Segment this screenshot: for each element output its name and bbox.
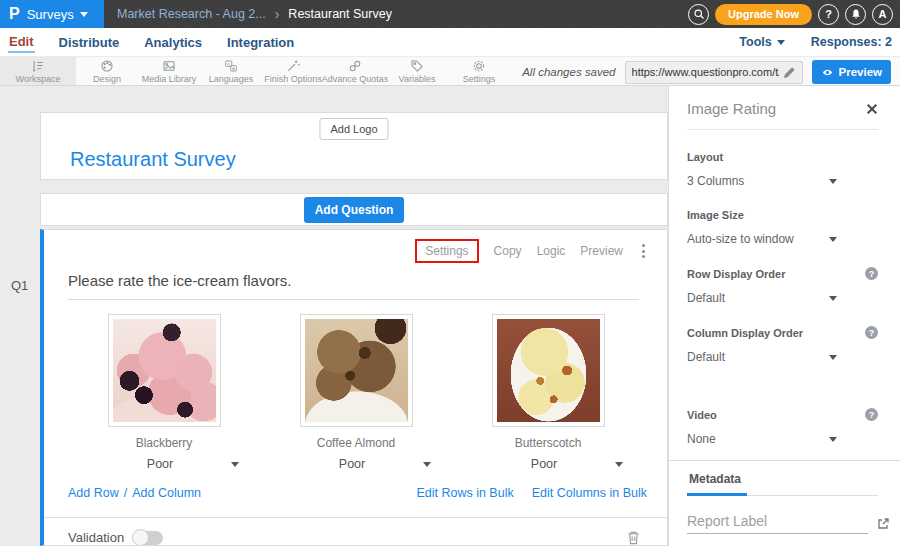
svg-text:A: A bbox=[232, 65, 235, 70]
option-image[interactable] bbox=[492, 314, 605, 427]
question-logic-button[interactable]: Logic bbox=[537, 244, 566, 258]
question-settings-button[interactable]: Settings bbox=[415, 239, 478, 263]
search-button[interactable] bbox=[688, 4, 709, 25]
slash-separator: / bbox=[124, 486, 127, 500]
workspace-icon bbox=[31, 59, 45, 73]
toolbar-advance-quotas-button[interactable]: Advance Quotas bbox=[324, 57, 386, 85]
rating-dropdown[interactable]: Poor bbox=[281, 457, 431, 471]
responses-count[interactable]: Responses: 2 bbox=[811, 35, 892, 49]
survey-header-card: Add Logo Restaurant Survey bbox=[40, 112, 668, 180]
add-question-card: Add Question bbox=[40, 193, 668, 226]
field-row-display-order: Row Display Order ? Default bbox=[687, 267, 878, 305]
tab-analytics[interactable]: Analytics bbox=[143, 33, 203, 52]
toolbar-languages-button[interactable]: aA Languages bbox=[200, 57, 262, 85]
kebab-menu-icon[interactable] bbox=[638, 242, 649, 260]
toolbar-workspace-button[interactable]: Workspace bbox=[0, 57, 76, 85]
option-butterscotch: Butterscotch Poor bbox=[452, 314, 644, 471]
chevron-down-icon bbox=[829, 296, 837, 301]
add-question-button[interactable]: Add Question bbox=[304, 197, 405, 223]
chevron-down-icon bbox=[829, 355, 837, 360]
magic-wand-icon bbox=[286, 59, 300, 73]
report-label-row bbox=[687, 511, 878, 534]
tag-icon bbox=[410, 59, 424, 73]
option-label: Butterscotch bbox=[515, 436, 582, 450]
edit-rows-bulk-link[interactable]: Edit Rows in Bulk bbox=[416, 486, 513, 500]
option-image[interactable] bbox=[300, 314, 413, 427]
surveys-menu[interactable]: Surveys bbox=[27, 7, 88, 22]
delete-question-button[interactable] bbox=[626, 530, 641, 545]
help-icon[interactable]: ? bbox=[865, 326, 878, 339]
add-row-link[interactable]: Add Row bbox=[68, 486, 119, 500]
tab-edit[interactable]: Edit bbox=[8, 32, 35, 53]
tab-distribute[interactable]: Distribute bbox=[58, 33, 121, 52]
upgrade-now-button[interactable]: Upgrade Now bbox=[715, 4, 812, 25]
add-logo-button[interactable]: Add Logo bbox=[319, 118, 388, 140]
add-column-link[interactable]: Add Column bbox=[132, 486, 201, 500]
question-text[interactable]: Please rate the ice-cream flavors. bbox=[68, 272, 639, 300]
close-sidebar-button[interactable] bbox=[866, 103, 878, 115]
toggle-knob bbox=[132, 529, 149, 546]
editor-toolbar: Workspace Design Media Library aA Langua… bbox=[0, 56, 900, 86]
help-icon[interactable]: ? bbox=[865, 408, 878, 421]
question-copy-button[interactable]: Copy bbox=[494, 244, 522, 258]
layout-dropdown[interactable]: 3 Columns bbox=[687, 174, 837, 188]
toolbar-design-button[interactable]: Design bbox=[76, 57, 138, 85]
tools-menu[interactable]: Tools bbox=[739, 35, 784, 49]
search-icon bbox=[693, 8, 705, 20]
image-options-row: Blackberry Poor Coffee Almond Poor bbox=[68, 314, 647, 471]
toolbar-media-library-button[interactable]: Media Library bbox=[138, 57, 200, 85]
rating-dropdown[interactable]: Poor bbox=[89, 457, 239, 471]
breadcrumb: Market Research - Aug 2... › Restaurant … bbox=[117, 7, 392, 21]
toolbar-finish-options-button[interactable]: Finish Options bbox=[262, 57, 324, 85]
question-card: Settings Copy Logic Preview Please rate … bbox=[40, 229, 668, 546]
question-preview-button[interactable]: Preview bbox=[580, 244, 623, 258]
field-layout: Layout 3 Columns bbox=[687, 151, 878, 188]
breadcrumb-folder[interactable]: Market Research - Aug 2... bbox=[117, 7, 266, 21]
share-url-input[interactable] bbox=[632, 66, 779, 78]
breadcrumb-separator-icon: › bbox=[275, 7, 280, 21]
brand-block[interactable]: P Surveys bbox=[0, 0, 104, 28]
sidebar-header: Image Rating bbox=[687, 100, 878, 117]
option-image[interactable] bbox=[108, 314, 221, 427]
bulk-edit-links: Edit Rows in Bulk Edit Columns in Bulk bbox=[416, 486, 647, 500]
toolbar-settings-button[interactable]: Settings bbox=[448, 57, 510, 85]
image-size-dropdown[interactable]: Auto-size to window bbox=[687, 232, 837, 246]
tab-metadata[interactable]: Metadata bbox=[687, 472, 747, 496]
field-label: Row Display Order bbox=[687, 268, 785, 280]
butterscotch-ice-cream-image bbox=[497, 319, 600, 422]
option-blackberry: Blackberry Poor bbox=[68, 314, 260, 471]
settings-sidebar: Image Rating Layout 3 Columns Image Size… bbox=[668, 86, 900, 546]
translate-icon: aA bbox=[224, 59, 238, 73]
question-number: Q1 bbox=[11, 278, 28, 293]
toolbar-variables-button[interactable]: Variables bbox=[386, 57, 448, 85]
help-icon[interactable]: ? bbox=[865, 267, 878, 280]
pencil-icon[interactable] bbox=[783, 66, 796, 79]
question-footer: Validation bbox=[68, 518, 647, 545]
tab-integration[interactable]: Integration bbox=[226, 33, 295, 52]
report-label-input[interactable] bbox=[687, 511, 868, 534]
avatar[interactable]: A bbox=[872, 4, 893, 25]
validation-toggle[interactable] bbox=[133, 531, 163, 545]
chevron-down-icon bbox=[231, 462, 239, 467]
edit-columns-bulk-link[interactable]: Edit Columns in Bulk bbox=[532, 486, 647, 500]
toolbar-right: All changes saved Preview bbox=[522, 57, 891, 87]
breadcrumb-survey-name[interactable]: Restaurant Survey bbox=[288, 7, 392, 21]
field-column-display-order: Column Display Order ? Default bbox=[687, 326, 878, 364]
survey-title[interactable]: Restaurant Survey bbox=[70, 148, 236, 171]
open-report-label-button[interactable] bbox=[876, 517, 890, 534]
column-display-order-dropdown[interactable]: Default bbox=[687, 350, 837, 364]
question-gutter: Q1 bbox=[0, 86, 40, 546]
coffee-almond-ice-cream-image bbox=[305, 319, 408, 422]
field-label: Layout bbox=[687, 151, 723, 163]
rating-dropdown[interactable]: Poor bbox=[473, 457, 623, 471]
field-label: Column Display Order bbox=[687, 327, 803, 339]
row-display-order-dropdown[interactable]: Default bbox=[687, 291, 837, 305]
validation-label: Validation bbox=[68, 530, 124, 545]
help-button[interactable]: ? bbox=[818, 4, 839, 25]
save-status: All changes saved bbox=[522, 66, 615, 78]
eye-icon bbox=[821, 67, 834, 78]
notifications-button[interactable] bbox=[845, 4, 866, 25]
option-label: Blackberry bbox=[136, 436, 193, 450]
video-dropdown[interactable]: None bbox=[687, 432, 837, 446]
preview-button[interactable]: Preview bbox=[812, 60, 891, 84]
